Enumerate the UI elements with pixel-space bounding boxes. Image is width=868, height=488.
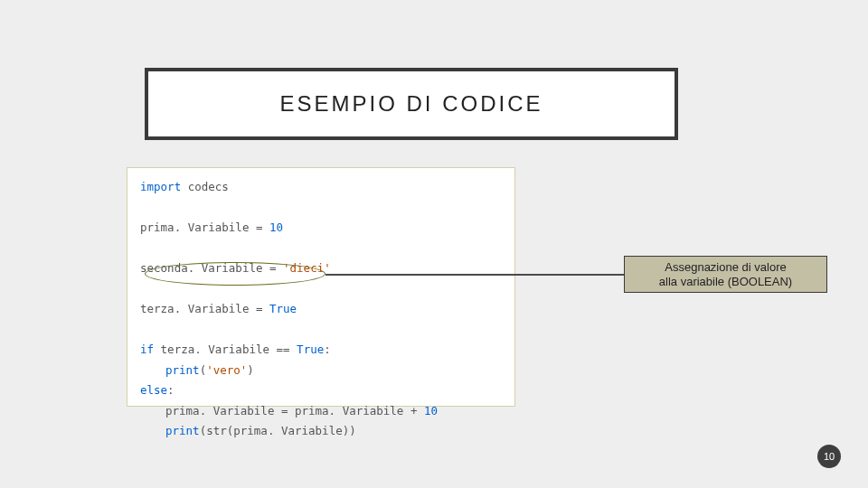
code-block: import codecs prima. Variabile = 10 seco… [127, 167, 515, 407]
code-line-3: seconda. Variabile = 'dieci' [140, 258, 502, 279]
code-line-2: prima. Variabile = 10 [140, 218, 502, 239]
annotation-box: Assegnazione di valore alla variabile (B… [624, 256, 827, 293]
code-line-4: terza. Variabile = True [140, 299, 502, 320]
annotation-line-1: Assegnazione di valore [628, 260, 823, 275]
code-line-6: print('vero') [140, 361, 502, 381]
module-name: codecs [188, 180, 229, 193]
connector-line [326, 274, 624, 276]
page-number: 10 [824, 451, 835, 462]
code-line-7: else: [140, 380, 502, 401]
code-line-9: print(str(prima. Variabile)) [140, 421, 502, 442]
code-line-8: prima. Variabile = prima. Variabile + 10 [140, 401, 502, 422]
slide-title: ESEMPIO DI CODICE [279, 91, 542, 117]
title-box: ESEMPIO DI CODICE [145, 68, 678, 140]
page-number-badge: 10 [817, 445, 841, 468]
keyword-import: import [140, 180, 181, 193]
code-line-1: import codecs [140, 177, 502, 198]
code-line-5: if terza. Variabile == True: [140, 340, 502, 361]
annotation-line-2: alla variabile (BOOLEAN) [628, 275, 823, 289]
